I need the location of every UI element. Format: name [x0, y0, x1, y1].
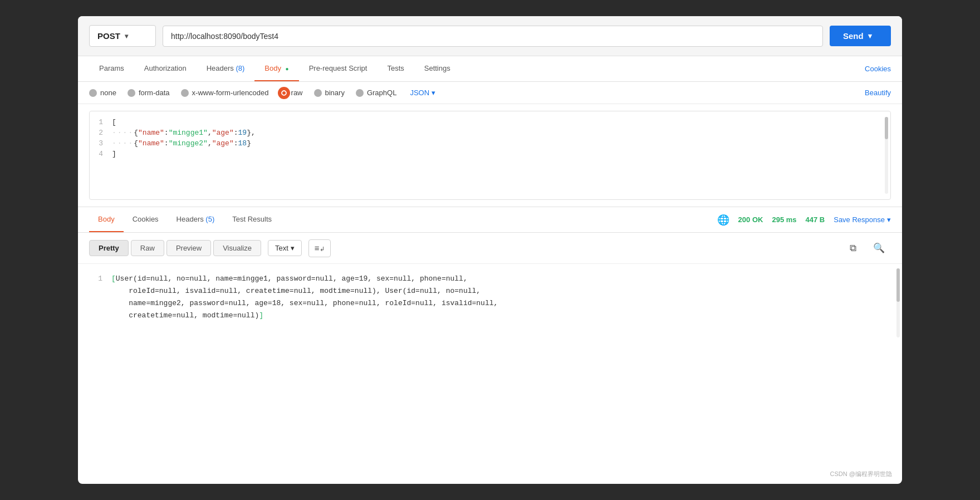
radio-binary-label: binary	[325, 89, 345, 97]
response-scrollbar-thumb	[896, 268, 900, 302]
body-active-dot: ●	[286, 66, 289, 72]
wrap-button[interactable]: ≡↲	[308, 239, 331, 257]
editor-scrollbar-thumb	[885, 117, 888, 139]
tab-params[interactable]: Params	[89, 56, 134, 81]
line-number-1: 1	[90, 118, 112, 126]
radio-none[interactable]: none	[89, 89, 116, 97]
beautify-button[interactable]: Beautify	[865, 89, 891, 97]
radio-urlencoded-dot	[181, 89, 189, 97]
preview-button[interactable]: Preview	[166, 240, 211, 256]
resp-bracket-close: ]	[259, 311, 263, 320]
dots-2: ····	[112, 129, 134, 137]
code-line-1: 1 [	[90, 117, 890, 128]
method-select[interactable]: POST ▾	[89, 25, 156, 47]
resp-tab-test-results-label: Test Results	[232, 215, 272, 223]
text-chevron-icon: ▾	[291, 244, 295, 252]
resp-tab-body[interactable]: Body	[89, 207, 124, 232]
body-type-row: none form-data x-www-form-urlencoded raw…	[78, 82, 902, 104]
resp-tab-headers[interactable]: Headers (5)	[168, 207, 224, 232]
request-tabs: Params Authorization Headers (8) Body ● …	[78, 56, 902, 82]
method-chevron-icon: ▾	[125, 32, 128, 40]
save-response-label: Save Response	[834, 215, 885, 224]
method-label: POST	[97, 31, 120, 41]
response-status: 200 OK	[738, 215, 763, 224]
radio-urlencoded[interactable]: x-www-form-urlencoded	[181, 89, 269, 97]
radio-none-dot	[89, 89, 97, 97]
tab-pre-request[interactable]: Pre-request Script	[299, 56, 378, 81]
send-chevron-icon: ▾	[868, 32, 872, 40]
resp-bracket-open: [	[111, 274, 116, 283]
resp-line-content: [User(id=null, no=null, name=mingge1, pa…	[111, 273, 891, 322]
globe-icon: 🌐	[717, 214, 729, 226]
radio-form-data-dot	[128, 89, 135, 97]
tab-headers-label: Headers	[207, 64, 236, 72]
resp-line-row-1: 1 [User(id=null, no=null, name=mingge1, …	[89, 273, 891, 322]
radio-raw-dot	[280, 89, 288, 97]
tab-tests[interactable]: Tests	[377, 56, 414, 81]
text-select[interactable]: Text ▾	[268, 240, 302, 256]
resp-tab-test-results[interactable]: Test Results	[223, 207, 281, 232]
save-response-button[interactable]: Save Response ▾	[834, 215, 891, 224]
search-button[interactable]: 🔍	[867, 238, 891, 258]
line-content-1: [	[112, 118, 116, 126]
response-size: 447 B	[806, 215, 825, 224]
response-toolbar: Pretty Raw Preview Visualize Text ▾ ≡↲ ⧉…	[78, 233, 902, 264]
radio-graphql-label: GraphQL	[367, 89, 396, 97]
code-editor[interactable]: 1 [ 2 ····{"name":"mingge1","age":19}, 3…	[89, 111, 891, 200]
tab-headers-badge: (8)	[236, 64, 244, 72]
response-meta: 🌐 200 OK 295 ms 447 B Save Response ▾	[717, 214, 891, 226]
json-chevron-icon: ▾	[432, 89, 435, 97]
line-number-2: 2	[90, 129, 112, 137]
save-response-chevron-icon: ▾	[887, 215, 891, 224]
code-line-4: 4 ]	[90, 149, 890, 159]
send-button[interactable]: Send ▾	[830, 26, 891, 46]
response-body: 1 [User(id=null, no=null, name=mingge1, …	[78, 264, 902, 342]
watermark: CSDN @编程界明世隐	[830, 470, 892, 478]
tab-body-label: Body	[264, 64, 281, 72]
visualize-button[interactable]: Visualize	[213, 240, 261, 256]
resp-line-number-1: 1	[89, 273, 111, 285]
tab-headers[interactable]: Headers (8)	[197, 56, 255, 81]
response-scrollbar	[896, 268, 900, 337]
resp-tab-cookies-label: Cookies	[133, 215, 159, 223]
response-section: Body Cookies Headers (5) Test Results 🌐 …	[78, 207, 902, 342]
response-tabs-row: Body Cookies Headers (5) Test Results 🌐 …	[78, 207, 902, 233]
send-label: Send	[843, 31, 864, 41]
radio-raw-label: raw	[291, 89, 303, 97]
code-line-2: 2 ····{"name":"mingge1","age":19},	[90, 128, 890, 138]
main-container: POST ▾ Send ▾ Params Authorization Heade…	[78, 16, 902, 484]
url-input[interactable]	[163, 26, 823, 47]
radio-form-data[interactable]: form-data	[128, 89, 170, 97]
line-number-3: 3	[90, 139, 112, 148]
json-select[interactable]: JSON ▾	[410, 89, 435, 97]
radio-binary-dot	[314, 89, 322, 97]
resp-tab-body-label: Body	[98, 215, 115, 223]
radio-graphql[interactable]: GraphQL	[356, 89, 396, 97]
tab-authorization[interactable]: Authorization	[134, 56, 197, 81]
response-time: 295 ms	[772, 215, 796, 224]
resp-tab-headers-label: Headers	[177, 215, 206, 223]
line-content-4: ]	[112, 150, 116, 158]
raw-button[interactable]: Raw	[131, 240, 164, 256]
pretty-button[interactable]: Pretty	[89, 240, 129, 256]
resp-tab-headers-badge: (5)	[205, 215, 214, 223]
radio-binary[interactable]: binary	[314, 89, 345, 97]
radio-raw[interactable]: raw	[280, 89, 303, 97]
cookies-link[interactable]: Cookies	[865, 57, 891, 81]
line-number-4: 4	[90, 150, 112, 158]
copy-icon: ⧉	[850, 243, 856, 253]
resp-text: User(id=null, no=null, name=mingge1, pas…	[111, 274, 498, 320]
tab-settings[interactable]: Settings	[414, 56, 460, 81]
editor-scrollbar	[885, 117, 888, 194]
tab-body[interactable]: Body ●	[254, 56, 298, 81]
url-bar: POST ▾ Send ▾	[78, 16, 902, 56]
text-label: Text	[275, 244, 288, 252]
line-content-3: ····{"name":"mingge2","age":18}	[112, 139, 251, 148]
radio-urlencoded-label: x-www-form-urlencoded	[192, 89, 269, 97]
copy-button[interactable]: ⧉	[844, 239, 863, 258]
wrap-icon: ≡↲	[315, 243, 325, 253]
json-label: JSON	[410, 89, 429, 97]
resp-tab-cookies[interactable]: Cookies	[124, 207, 168, 232]
radio-graphql-dot	[356, 89, 364, 97]
radio-form-data-label: form-data	[139, 89, 170, 97]
